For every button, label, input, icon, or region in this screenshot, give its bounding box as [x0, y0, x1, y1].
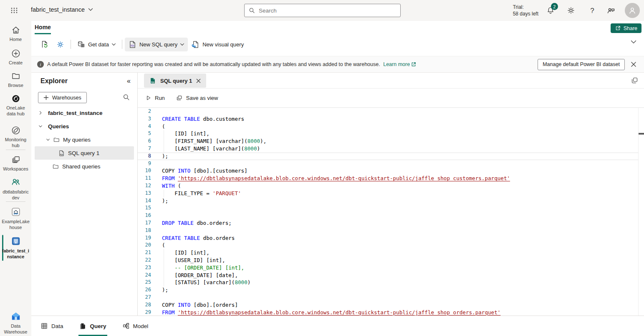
code-line[interactable]: 2: [138, 108, 638, 115]
code-line[interactable]: 18: [138, 227, 638, 234]
code-line[interactable]: 25 [STATUS] [varchar](8000): [138, 279, 638, 286]
line-number: 18: [138, 227, 151, 234]
code-line[interactable]: 3CREATE TABLE dbo.customers: [138, 115, 638, 123]
close-tab-icon[interactable]: [196, 78, 201, 84]
workspace-content: Explorer « Warehouses fabric_test_instan…: [31, 73, 644, 316]
indent-guide: [164, 145, 164, 153]
line-number: 21: [138, 249, 151, 257]
nav-monitoring-hub[interactable]: Monitoring hub: [0, 125, 31, 148]
new-warehouse-button[interactable]: Warehouses: [38, 92, 87, 103]
view-switcher: Data Query Model: [31, 316, 644, 336]
nav-data-warehouse[interactable]: Data Warehouse: [0, 311, 31, 335]
code-line[interactable]: 19CREATE TABLE dbo.orders: [138, 234, 638, 242]
settings-ribbon-button[interactable]: [53, 38, 68, 51]
tab-model[interactable]: Model: [121, 316, 149, 336]
data-warehouse-icon: [10, 311, 21, 322]
learn-more-link[interactable]: Learn more: [383, 61, 416, 67]
code-line[interactable]: 14);: [138, 197, 638, 205]
indent-guide: [164, 279, 164, 286]
nav-examplelakehouse[interactable]: ExampleLakehouse: [0, 206, 31, 230]
gear-blue-icon: [56, 40, 65, 49]
tree-item-queries[interactable]: Queries: [31, 120, 137, 133]
banner-close-button[interactable]: [631, 61, 636, 67]
code-line[interactable]: 23 -- [ORDER_DATE] [int],: [138, 264, 638, 272]
copy-button[interactable]: [631, 76, 639, 84]
code-line[interactable]: 13 FILE_TYPE = 'PARQUET': [138, 190, 638, 197]
code-line[interactable]: 22 [USER_ID] [int],: [138, 257, 638, 264]
code-line[interactable]: 5 [ID] [int],: [138, 130, 638, 137]
line-number: 13: [138, 190, 151, 197]
close-icon: [631, 61, 636, 67]
tree-item-warehouse[interactable]: fabric_test_instance: [31, 106, 137, 120]
avatar[interactable]: [625, 3, 640, 18]
code-line[interactable]: 24 [ORDER_DATE] [date],: [138, 272, 638, 279]
tab-home[interactable]: Home: [35, 23, 51, 34]
code-line[interactable]: 8);: [138, 153, 638, 160]
toolbar-divider: [122, 40, 122, 49]
sql-code-area[interactable]: 23CREATE TABLE dbo.customers4(5 [ID] [in…: [138, 108, 638, 316]
collapse-ribbon-button[interactable]: [631, 40, 636, 44]
code-line[interactable]: 28COPY INTO [dbo].[orders]: [138, 301, 638, 309]
code-line[interactable]: 12WITH (: [138, 182, 638, 190]
code-line[interactable]: 17DROP TABLE dbo.orders;: [138, 219, 638, 227]
code-line[interactable]: 26);: [138, 286, 638, 294]
editor-tabstrip: SQL SQL query 1: [138, 73, 644, 89]
code-line[interactable]: 21 [ID] [int],: [138, 249, 638, 257]
indent-guide: [164, 249, 164, 257]
share-button[interactable]: Share: [611, 23, 641, 33]
tab-query[interactable]: Query: [78, 316, 107, 336]
tree-item-my-queries[interactable]: My queries: [31, 133, 137, 146]
manage-dataset-button[interactable]: Manage default Power BI dataset: [538, 59, 625, 70]
settings-button[interactable]: [566, 6, 576, 16]
nav-home[interactable]: Home: [0, 25, 31, 43]
feedback-button[interactable]: [606, 6, 616, 16]
nav-fabric-test-instance[interactable]: fabric_test_instance: [0, 236, 31, 260]
search-input[interactable]: [259, 8, 396, 14]
onelake-icon: [11, 94, 21, 104]
line-number: 22: [138, 257, 151, 264]
plus-circle-icon: [11, 48, 21, 59]
collapse-explorer-button[interactable]: «: [127, 77, 131, 85]
code-line[interactable]: 15: [138, 204, 638, 212]
app-launcher-icon[interactable]: [8, 5, 20, 16]
line-number: 9: [138, 160, 151, 168]
code-line[interactable]: 27: [138, 294, 638, 301]
code-line[interactable]: 7 [LAST_NAME] [varchar](8000): [138, 145, 638, 153]
code-line[interactable]: 29FROM 'https://dbtlabsynapsedatalake.bl…: [138, 309, 638, 316]
play-icon: [145, 95, 152, 101]
new-sql-query-button[interactable]: SQL New SQL query: [125, 38, 188, 51]
code-line[interactable]: 6 [FIRST_NAME] [varchar](8000),: [138, 137, 638, 145]
code-line[interactable]: 16: [138, 212, 638, 219]
left-nav-rail: Home Create Browse OneLake data hub Moni…: [0, 21, 31, 336]
tree-item-shared-queries[interactable]: Shared queries: [31, 160, 137, 173]
workspace-switcher[interactable]: fabric_test_instance: [31, 6, 93, 13]
code-line[interactable]: 11FROM 'https://dbtlabsynapsedatalake.bl…: [138, 175, 638, 182]
get-data-button[interactable]: Get data: [73, 38, 119, 51]
tab-data[interactable]: Data: [40, 316, 64, 336]
line-number: 23: [138, 264, 151, 272]
nav-browse[interactable]: Browse: [0, 71, 31, 89]
person-icon: [628, 6, 637, 15]
code-line[interactable]: 9: [138, 160, 638, 168]
run-button[interactable]: Run: [145, 95, 165, 101]
query-tab[interactable]: SQL SQL query 1: [144, 74, 206, 88]
refresh-source-button[interactable]: [37, 37, 53, 51]
nav-dbtlabsfabricdev[interactable]: dbtlabsfabricdev: [0, 177, 31, 201]
tree-item-sql-query-1[interactable]: SQL SQL query 1: [35, 146, 134, 160]
notifications-button[interactable]: 2: [546, 6, 556, 16]
code-line[interactable]: 4(: [138, 123, 638, 130]
global-search[interactable]: [244, 4, 401, 17]
nav-onelake-data-hub[interactable]: OneLake data hub: [0, 94, 31, 117]
explorer-search-button[interactable]: [123, 94, 130, 101]
code-line[interactable]: 10COPY INTO [dbo].[customers]: [138, 167, 638, 175]
nav-create[interactable]: Create: [0, 48, 31, 66]
nav-workspaces[interactable]: Workspaces: [0, 155, 31, 172]
new-visual-query-button[interactable]: New visual query: [188, 38, 247, 51]
workspaces-icon: [11, 155, 21, 165]
code-line[interactable]: 20(: [138, 242, 638, 249]
editor-scrollbar[interactable]: [638, 108, 644, 316]
banner-message: A default Power BI dataset for faster re…: [47, 61, 416, 67]
save-as-view-button[interactable]: Save as view: [176, 94, 218, 102]
help-button[interactable]: ?: [587, 6, 597, 16]
sql-file-icon: SQL: [58, 150, 65, 157]
